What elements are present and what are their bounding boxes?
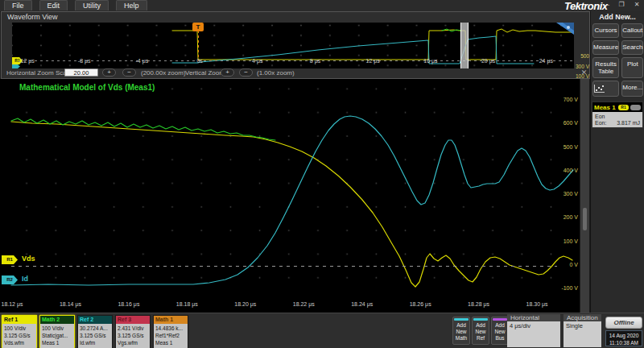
window-controls: —❐✕ xyxy=(601,0,642,10)
trace-math2-model-of-vds xyxy=(11,118,275,140)
badge-line: Vgs.wfm xyxy=(118,339,148,346)
menu-edit[interactable]: Edit xyxy=(39,0,68,10)
badge-details: 30.2724 A...3.125 GS/sId.wfm xyxy=(78,324,112,348)
overview-x-tick: 12 μs xyxy=(355,58,390,64)
meas1-title: Meas 1 xyxy=(594,104,617,111)
v-zoom-factor: (1.00x zoom) xyxy=(257,69,295,77)
add-new-bus-button[interactable]: Add New Bus xyxy=(491,317,509,345)
menu-file[interactable]: File xyxy=(4,0,32,10)
sidebar-button-more-[interactable]: More... xyxy=(621,81,643,97)
trigger-icon[interactable]: T xyxy=(192,23,204,31)
datetime-display: 14 Aug 2020 11:10:38 AM xyxy=(605,330,642,346)
meas1-source-tag: R1 xyxy=(618,105,629,110)
waveform-view-title: Waveform View xyxy=(7,13,58,21)
meas1-results-badge[interactable]: Meas 1 R1 Eon Eon: 3.817 mJ xyxy=(592,102,643,128)
h-zoom-scale-input[interactable]: 20.00 ns/div xyxy=(64,68,98,77)
badge-name: Ref 2 xyxy=(78,316,112,324)
zoom-toolbar: Horizontal Zoom Scale 20.00 ns/div + − (… xyxy=(2,68,589,78)
badge-line: Id.wfm xyxy=(80,339,110,346)
scatter-plot-icon[interactable] xyxy=(592,81,619,97)
overview-x-tick: 8 μs xyxy=(298,58,333,64)
meas1-menu-pill[interactable] xyxy=(630,105,641,110)
v-zoom-label: Vertical Zoom xyxy=(185,69,225,77)
v-zoom-out-button[interactable]: − xyxy=(239,68,253,77)
sidebar-button-results-table[interactable]: Results Table xyxy=(592,57,619,78)
main-x-tick: 18.28 μs xyxy=(460,301,497,307)
main-plot[interactable]: Mathematical Model of Vds (Meas1) 700 V6… xyxy=(0,79,580,313)
badge-line: Ref1*Ref2 xyxy=(155,332,186,339)
overview-x-tick: 20 μs xyxy=(471,58,506,64)
main-y-axis: 700 V600 V500 V400 V300 V200 V100 V0 V-1… xyxy=(554,79,580,300)
main-x-tick: 18.22 μs xyxy=(285,301,322,307)
sidebar-button-plot[interactable]: Plot xyxy=(621,57,643,78)
main-y-tick: 500 V xyxy=(554,144,578,150)
main-x-tick: 18.14 μs xyxy=(52,301,89,307)
badge-line: Static|gat... xyxy=(42,332,72,339)
drag-handle-icon[interactable] xyxy=(583,208,587,230)
restore-icon[interactable]: ❐ xyxy=(617,0,626,10)
v-zoom-in-button[interactable]: + xyxy=(221,68,234,77)
h-zoom-in-button[interactable]: + xyxy=(102,68,116,77)
badge-math-2[interactable]: Math 2100 V/divStatic|gat...Meas 1 xyxy=(39,315,75,348)
stripe xyxy=(493,318,507,321)
offline-button[interactable]: Offline xyxy=(605,317,642,329)
overview-x-tick: 24 μs xyxy=(528,58,564,64)
meas1-type: Eon xyxy=(595,114,640,119)
zero-volt-line xyxy=(11,266,557,267)
zoom-overview-icon[interactable] xyxy=(556,23,574,35)
time-text: 11:10:38 AM xyxy=(606,339,642,346)
horizontal-label: Horizontal xyxy=(507,314,560,321)
badge-ref-3[interactable]: Ref 32.431 V/div3.125 GS/sVgs.wfm xyxy=(115,315,151,348)
channel-badges: Ref 1100 V/div3.125 GS/sVds.wfmMath 2100… xyxy=(2,315,188,348)
main-x-tick: 18.20 μs xyxy=(227,301,264,307)
zoom-window-handle[interactable] xyxy=(460,23,469,68)
badge-line: 3.125 GS/s xyxy=(80,332,110,339)
overview-plot[interactable]: T R1 -12 μs-8 μs-4 μs0s4 μs8 μs12 μs16 μ… xyxy=(12,23,574,68)
sidebar-button-cursors[interactable]: Cursors xyxy=(592,23,619,38)
add-button-label: Add New Math xyxy=(453,322,469,342)
badge-line: Meas 1 xyxy=(42,339,72,346)
minimize-icon[interactable]: — xyxy=(601,0,611,10)
badge-name: Math 2 xyxy=(40,316,74,324)
badge-name: Ref 1 xyxy=(2,316,36,324)
math-model-annotation: Mathematical Model of Vds (Meas1) xyxy=(19,83,155,92)
badge-ref-2[interactable]: Ref 230.2724 A...3.125 GS/sId.wfm xyxy=(77,315,113,348)
sidebar-button-callout[interactable]: Callout xyxy=(621,23,643,38)
menu-utility[interactable]: Utility xyxy=(75,0,109,10)
meas1-value-label: Eon: xyxy=(595,120,606,126)
acquisition-value: Single xyxy=(564,321,601,347)
badge-ref-1[interactable]: Ref 1100 V/div3.125 GS/sVds.wfm xyxy=(2,315,37,348)
badge-line: 2.431 V/div xyxy=(118,325,148,332)
sidebar-button-measure[interactable]: Measure xyxy=(592,40,619,55)
vds-label: Vds xyxy=(22,255,35,263)
close-icon[interactable]: ✕ xyxy=(632,0,642,10)
overview-x-tick: 4 μs xyxy=(240,58,275,64)
main-y-tick: 700 V xyxy=(554,97,578,102)
trace-ref2-id xyxy=(11,116,573,285)
sidebar-button-search[interactable]: Search xyxy=(621,40,643,55)
oscilloscope-app: FileEditUtilityHelp Tektronix —❐✕ Wavefo… xyxy=(0,0,644,348)
main-x-tick: 18.12 μs xyxy=(0,301,31,307)
badge-math-1[interactable]: Math 114.4836 k...Ref1*Ref2Meas 1 xyxy=(153,315,188,348)
date-text: 14 Aug 2020 xyxy=(606,332,642,339)
panel-divider[interactable] xyxy=(580,79,590,313)
menu-bar: FileEditUtilityHelp Tektronix —❐✕ xyxy=(0,0,644,12)
main-y-tick: 100 V xyxy=(554,238,578,244)
add-new-math-button[interactable]: Add New Math xyxy=(452,317,470,345)
h-zoom-factor: (200.00x zoom) xyxy=(141,69,186,77)
trigger-position-line xyxy=(198,31,199,60)
acquisition-label: Acquisition xyxy=(564,314,601,321)
add-new-ref-button[interactable]: Add New Ref xyxy=(472,317,489,345)
horizontal-panel[interactable]: Horizontal 4 μs/div xyxy=(507,314,560,347)
badge-details: 14.4836 k...Ref1*Ref2Meas 1 xyxy=(154,324,188,348)
meas1-value: 3.817 mJ xyxy=(617,120,640,126)
h-zoom-out-button[interactable]: − xyxy=(122,68,136,77)
trace-ref1-vds xyxy=(172,29,574,60)
overview-y-tick: 300 V xyxy=(573,64,589,69)
acquisition-panel[interactable]: Acquisition Single xyxy=(564,314,601,347)
stripe xyxy=(454,318,469,321)
badge-details: 100 V/div3.125 GS/sVds.wfm xyxy=(2,324,36,348)
menu-help[interactable]: Help xyxy=(116,0,147,10)
meas1-header: Meas 1 R1 xyxy=(592,102,642,112)
overview-y-tick: 500 xyxy=(573,53,589,59)
